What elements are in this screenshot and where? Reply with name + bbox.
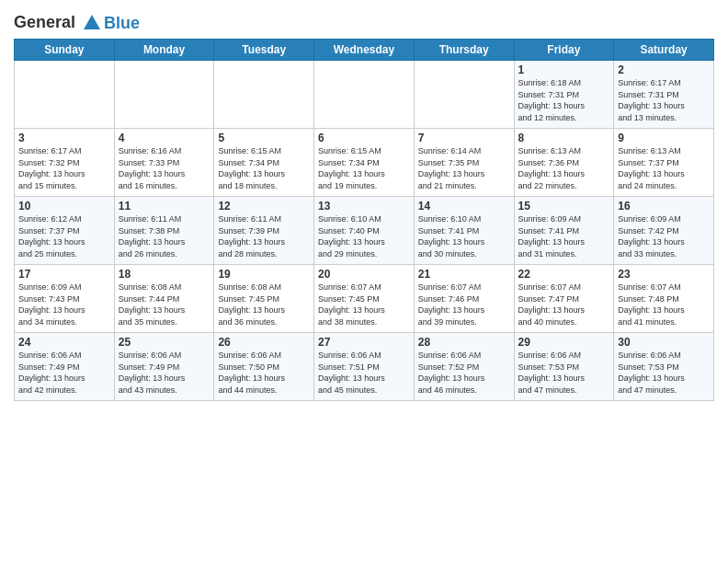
day-number: 22: [518, 268, 610, 281]
day-number: 16: [618, 200, 710, 213]
calendar-week-2: 3Sunrise: 6:17 AM Sunset: 7:32 PM Daylig…: [15, 129, 714, 197]
calendar-cell: 11Sunrise: 6:11 AM Sunset: 7:38 PM Dayli…: [114, 197, 214, 265]
weekday-header-friday: Friday: [514, 40, 614, 61]
calendar-cell: 21Sunrise: 6:07 AM Sunset: 7:46 PM Dayli…: [414, 265, 514, 333]
calendar-cell: 18Sunrise: 6:08 AM Sunset: 7:44 PM Dayli…: [114, 265, 214, 333]
cell-info: Sunrise: 6:18 AM Sunset: 7:31 PM Dayligh…: [518, 77, 610, 123]
cell-info: Sunrise: 6:06 AM Sunset: 7:51 PM Dayligh…: [318, 350, 410, 396]
weekday-header-wednesday: Wednesday: [314, 40, 415, 61]
cell-info: Sunrise: 6:07 AM Sunset: 7:47 PM Dayligh…: [518, 282, 610, 327]
calendar-cell: 4Sunrise: 6:16 AM Sunset: 7:33 PM Daylig…: [114, 129, 214, 197]
calendar-cell: 24Sunrise: 6:06 AM Sunset: 7:49 PM Dayli…: [15, 333, 115, 401]
day-number: 11: [119, 200, 210, 213]
calendar-table: SundayMondayTuesdayWednesdayThursdayFrid…: [14, 39, 714, 401]
day-number: 14: [418, 200, 510, 213]
calendar-cell: 19Sunrise: 6:08 AM Sunset: 7:45 PM Dayli…: [214, 265, 314, 333]
calendar-week-4: 17Sunrise: 6:09 AM Sunset: 7:43 PM Dayli…: [15, 265, 714, 333]
header-row: General Blue: [14, 9, 714, 33]
calendar-body: 1Sunrise: 6:18 AM Sunset: 7:31 PM Daylig…: [15, 61, 714, 401]
day-number: 4: [119, 132, 210, 144]
calendar-cell: 20Sunrise: 6:07 AM Sunset: 7:45 PM Dayli…: [314, 265, 415, 333]
calendar-cell: 3Sunrise: 6:17 AM Sunset: 7:32 PM Daylig…: [15, 129, 115, 197]
calendar-cell: 9Sunrise: 6:13 AM Sunset: 7:37 PM Daylig…: [614, 129, 714, 197]
cell-info: Sunrise: 6:11 AM Sunset: 7:39 PM Dayligh…: [218, 213, 310, 259]
calendar-cell: 26Sunrise: 6:06 AM Sunset: 7:50 PM Dayli…: [214, 333, 314, 401]
calendar-cell: [414, 61, 514, 129]
cell-info: Sunrise: 6:07 AM Sunset: 7:48 PM Dayligh…: [618, 282, 710, 327]
calendar-cell: 25Sunrise: 6:06 AM Sunset: 7:49 PM Dayli…: [114, 333, 214, 401]
calendar-cell: 22Sunrise: 6:07 AM Sunset: 7:47 PM Dayli…: [514, 265, 614, 333]
calendar-cell: 28Sunrise: 6:06 AM Sunset: 7:52 PM Dayli…: [414, 333, 514, 401]
cell-info: Sunrise: 6:14 AM Sunset: 7:35 PM Dayligh…: [418, 145, 510, 191]
cell-info: Sunrise: 6:09 AM Sunset: 7:43 PM Dayligh…: [18, 282, 110, 327]
calendar-cell: 15Sunrise: 6:09 AM Sunset: 7:41 PM Dayli…: [514, 197, 614, 265]
day-number: 29: [518, 336, 610, 349]
weekday-header-row: SundayMondayTuesdayWednesdayThursdayFrid…: [15, 40, 714, 61]
cell-info: Sunrise: 6:10 AM Sunset: 7:41 PM Dayligh…: [418, 213, 510, 259]
cell-info: Sunrise: 6:12 AM Sunset: 7:37 PM Dayligh…: [18, 213, 110, 259]
logo-text: General Blue: [14, 13, 140, 33]
weekday-header-tuesday: Tuesday: [214, 40, 314, 61]
day-number: 12: [218, 200, 310, 213]
cell-info: Sunrise: 6:06 AM Sunset: 7:53 PM Dayligh…: [618, 350, 710, 396]
day-number: 25: [119, 336, 210, 349]
cell-info: Sunrise: 6:17 AM Sunset: 7:31 PM Dayligh…: [618, 77, 710, 123]
calendar-cell: 7Sunrise: 6:14 AM Sunset: 7:35 PM Daylig…: [414, 129, 514, 197]
calendar-cell: 1Sunrise: 6:18 AM Sunset: 7:31 PM Daylig…: [514, 61, 614, 129]
cell-info: Sunrise: 6:06 AM Sunset: 7:50 PM Dayligh…: [218, 350, 310, 396]
page-container: General Blue SundayMondayTuesdayWednesda…: [0, 0, 728, 406]
cell-info: Sunrise: 6:07 AM Sunset: 7:45 PM Dayligh…: [318, 282, 410, 327]
day-number: 19: [218, 268, 310, 281]
cell-info: Sunrise: 6:10 AM Sunset: 7:40 PM Dayligh…: [318, 213, 410, 259]
day-number: 28: [418, 336, 510, 349]
day-number: 8: [518, 132, 610, 144]
calendar-cell: 2Sunrise: 6:17 AM Sunset: 7:31 PM Daylig…: [614, 61, 714, 129]
calendar-week-5: 24Sunrise: 6:06 AM Sunset: 7:49 PM Dayli…: [15, 333, 714, 401]
day-number: 9: [618, 132, 710, 144]
cell-info: Sunrise: 6:13 AM Sunset: 7:37 PM Dayligh…: [618, 145, 710, 191]
calendar-cell: 12Sunrise: 6:11 AM Sunset: 7:39 PM Dayli…: [214, 197, 314, 265]
cell-info: Sunrise: 6:17 AM Sunset: 7:32 PM Dayligh…: [18, 145, 110, 191]
day-number: 13: [318, 200, 410, 213]
cell-info: Sunrise: 6:16 AM Sunset: 7:33 PM Dayligh…: [119, 145, 210, 191]
calendar-header: SundayMondayTuesdayWednesdayThursdayFrid…: [15, 40, 714, 61]
calendar-cell: 6Sunrise: 6:15 AM Sunset: 7:34 PM Daylig…: [314, 129, 415, 197]
day-number: 30: [618, 336, 710, 349]
cell-info: Sunrise: 6:06 AM Sunset: 7:52 PM Dayligh…: [418, 350, 510, 396]
cell-info: Sunrise: 6:11 AM Sunset: 7:38 PM Dayligh…: [119, 213, 210, 259]
cell-info: Sunrise: 6:08 AM Sunset: 7:45 PM Dayligh…: [218, 282, 310, 327]
day-number: 21: [418, 268, 510, 281]
calendar-cell: 27Sunrise: 6:06 AM Sunset: 7:51 PM Dayli…: [314, 333, 415, 401]
calendar-cell: 5Sunrise: 6:15 AM Sunset: 7:34 PM Daylig…: [214, 129, 314, 197]
day-number: 18: [119, 268, 210, 281]
calendar-cell: 29Sunrise: 6:06 AM Sunset: 7:53 PM Dayli…: [514, 333, 614, 401]
day-number: 20: [318, 268, 410, 281]
calendar-cell: [214, 61, 314, 129]
cell-info: Sunrise: 6:06 AM Sunset: 7:53 PM Dayligh…: [518, 350, 610, 396]
calendar-cell: 10Sunrise: 6:12 AM Sunset: 7:37 PM Dayli…: [15, 197, 115, 265]
cell-info: Sunrise: 6:15 AM Sunset: 7:34 PM Dayligh…: [218, 145, 310, 191]
day-number: 7: [418, 132, 510, 144]
weekday-header-saturday: Saturday: [614, 40, 714, 61]
day-number: 27: [318, 336, 410, 349]
day-number: 3: [18, 132, 110, 144]
logo-icon: [82, 13, 102, 33]
calendar-cell: 16Sunrise: 6:09 AM Sunset: 7:42 PM Dayli…: [614, 197, 714, 265]
weekday-header-sunday: Sunday: [15, 40, 115, 61]
calendar-week-1: 1Sunrise: 6:18 AM Sunset: 7:31 PM Daylig…: [15, 61, 714, 129]
cell-info: Sunrise: 6:09 AM Sunset: 7:42 PM Dayligh…: [618, 213, 710, 259]
day-number: 26: [218, 336, 310, 349]
day-number: 17: [18, 268, 110, 281]
calendar-cell: [15, 61, 115, 129]
logo: General Blue: [14, 13, 140, 33]
day-number: 2: [618, 63, 710, 76]
day-number: 24: [18, 336, 110, 349]
calendar-cell: [114, 61, 214, 129]
cell-info: Sunrise: 6:13 AM Sunset: 7:36 PM Dayligh…: [518, 145, 610, 191]
cell-info: Sunrise: 6:06 AM Sunset: 7:49 PM Dayligh…: [18, 350, 110, 396]
day-number: 5: [218, 132, 310, 144]
day-number: 15: [518, 200, 610, 213]
calendar-cell: 8Sunrise: 6:13 AM Sunset: 7:36 PM Daylig…: [514, 129, 614, 197]
cell-info: Sunrise: 6:07 AM Sunset: 7:46 PM Dayligh…: [418, 282, 510, 327]
day-number: 6: [318, 132, 410, 144]
